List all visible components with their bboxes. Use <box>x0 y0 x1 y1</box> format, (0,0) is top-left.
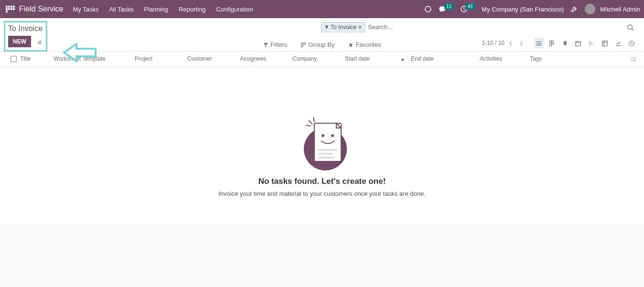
svg-rect-4 <box>304 43 306 44</box>
empty-overlay: No tasks found. Let's create one! Invoic… <box>0 67 644 224</box>
col-title[interactable]: Title <box>17 55 51 63</box>
pager-prev[interactable] <box>506 38 515 48</box>
svg-rect-22 <box>314 123 341 161</box>
empty-subtitle: Invoice your time and material to your c… <box>218 190 426 197</box>
favorites-button[interactable]: Favorites <box>348 41 381 48</box>
messaging-icon[interactable]: 11 <box>439 5 453 13</box>
apps-icon[interactable] <box>6 6 15 12</box>
columns-settings-icon[interactable] <box>630 55 636 63</box>
col-activities[interactable]: Activities <box>477 55 527 63</box>
svg-rect-6 <box>550 41 552 46</box>
download-icon[interactable] <box>37 37 43 45</box>
col-project[interactable]: Project <box>132 55 184 63</box>
svg-rect-5 <box>301 45 303 47</box>
filters-button[interactable]: Filters <box>263 41 287 48</box>
view-kanban[interactable] <box>547 38 557 48</box>
nav-reporting[interactable]: Reporting <box>179 6 205 13</box>
col-customer[interactable]: Customer <box>184 55 237 63</box>
svg-point-23 <box>322 134 324 137</box>
svg-point-0 <box>425 6 431 12</box>
systray-debug-icon[interactable] <box>424 5 432 13</box>
view-activity[interactable] <box>627 38 636 48</box>
view-map[interactable] <box>561 38 569 48</box>
search-input[interactable] <box>365 21 625 33</box>
avatar <box>585 4 595 14</box>
pager[interactable]: 1-10 / 10 <box>482 40 504 46</box>
svg-rect-9 <box>602 41 608 46</box>
search-icon[interactable] <box>625 21 636 33</box>
select-all-checkbox[interactable] <box>11 56 17 62</box>
breadcrumb[interactable]: To Invoice <box>8 24 43 33</box>
empty-title: No tasks found. Let's create one! <box>258 177 386 186</box>
svg-rect-26 <box>318 153 333 155</box>
view-graph[interactable] <box>613 38 623 48</box>
nav-my-tasks[interactable]: My Tasks <box>73 6 98 13</box>
new-button[interactable]: NEW <box>8 36 31 47</box>
col-company[interactable]: Company <box>290 55 342 63</box>
col-end-date[interactable]: End date <box>408 55 477 63</box>
groupby-button[interactable]: Group By <box>301 41 335 48</box>
search-facet[interactable]: To Invoice × <box>321 22 365 32</box>
company-switcher[interactable]: My Company (San Francisco) <box>482 6 564 13</box>
col-assignees[interactable]: Assignees <box>237 55 290 63</box>
tools-icon[interactable] <box>570 5 578 13</box>
svg-rect-25 <box>318 149 337 151</box>
view-list[interactable] <box>534 38 544 48</box>
highlight-box: To Invoice NEW <box>4 21 47 52</box>
favorites-label: Favorites <box>355 41 381 48</box>
user-name: Mitchell Admin <box>600 6 640 13</box>
empty-illustration <box>299 115 345 167</box>
view-calendar[interactable] <box>573 38 583 48</box>
groupby-label: Group By <box>309 41 335 48</box>
view-gantt[interactable] <box>587 38 596 48</box>
col-start-date[interactable]: Start date▲ <box>342 55 408 63</box>
svg-point-24 <box>331 134 334 137</box>
annotation-arrow <box>62 42 98 63</box>
svg-rect-27 <box>318 157 335 159</box>
filter-icon <box>324 25 329 30</box>
user-menu[interactable]: Mitchell Admin <box>585 4 640 14</box>
col-tags[interactable]: Tags <box>527 55 623 63</box>
svg-rect-8 <box>576 42 581 46</box>
activities-icon[interactable]: 41 <box>460 5 475 13</box>
filters-label: Filters <box>270 41 287 48</box>
pager-next[interactable] <box>517 38 526 48</box>
svg-point-2 <box>628 25 632 29</box>
brand-title[interactable]: Field Service <box>19 5 63 13</box>
svg-rect-7 <box>552 41 554 44</box>
search-facet-remove[interactable]: × <box>358 24 362 31</box>
search-facet-label: To Invoice <box>331 24 356 31</box>
view-pivot[interactable] <box>600 38 610 48</box>
svg-rect-3 <box>301 43 303 44</box>
nav-configuration[interactable]: Configuration <box>216 6 253 13</box>
nav-all-tasks[interactable]: All Tasks <box>109 6 133 13</box>
activities-badge: 41 <box>466 3 475 10</box>
messaging-badge: 11 <box>444 3 453 10</box>
nav-planning[interactable]: Planning <box>144 6 168 13</box>
sort-asc-icon: ▲ <box>400 56 405 62</box>
